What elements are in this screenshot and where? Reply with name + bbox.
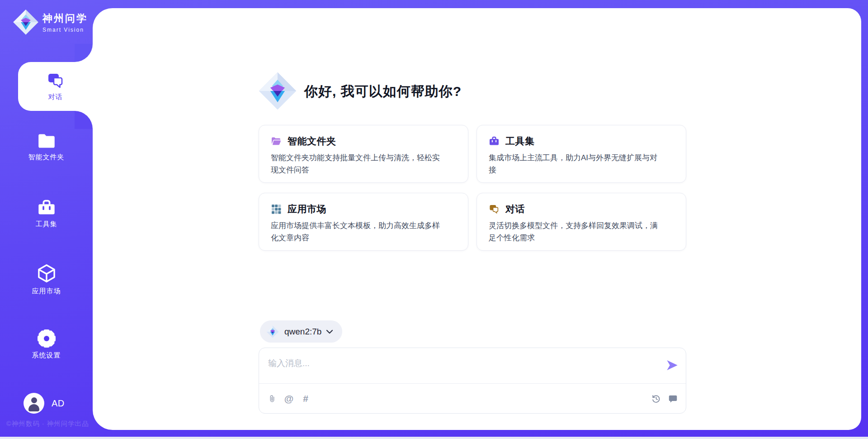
chat-bubbles-icon (47, 72, 65, 90)
sidebar: 神州问学 Smart Vision 对话 智能文件夹 工具集 应用 (0, 0, 93, 439)
brand: 神州问学 Smart Vision (13, 9, 88, 35)
card-chat[interactable]: 对话 灵活切换多模型文件，支持多样回复效果调试，满足个性化需求 (476, 193, 686, 251)
grid-icon (271, 204, 282, 215)
sidebar-item-label: 工具集 (36, 220, 57, 229)
card-description: 智能文件夹功能支持批量文件上传与清洗，轻松实现文件问答 (271, 152, 456, 176)
composer-divider (259, 383, 686, 384)
feature-cards: 智能文件夹 智能文件夹功能支持批量文件上传与清洗，轻松实现文件问答 工具集 集成… (259, 125, 686, 251)
greeting-text: 你好, 我可以如何帮助你? (304, 82, 462, 101)
briefcase-icon (37, 198, 56, 216)
card-title: 对话 (505, 203, 525, 215)
avatar (24, 393, 44, 414)
card-app-market[interactable]: 应用市场 应用市场提供丰富长文本模板，助力高效生成多样化文章内容 (259, 193, 468, 251)
card-title: 智能文件夹 (288, 135, 336, 148)
brand-title: 神州问学 (42, 12, 88, 25)
sidebar-item-label: 智能文件夹 (28, 153, 65, 162)
sidebar-item-smart-folder[interactable]: 智能文件夹 (0, 132, 93, 162)
model-name: qwen2:7b (284, 327, 321, 337)
user-name: AD (52, 398, 65, 409)
sidebar-item-label: 对话 (48, 93, 63, 101)
main-panel: 你好, 我可以如何帮助你? 智能文件夹 智能文件夹功能支持批量文件上传与清洗，轻… (93, 8, 861, 430)
brand-logo-diamond-icon (13, 9, 39, 35)
folder-icon (38, 132, 56, 149)
chat-bubbles-icon (489, 204, 500, 215)
message-input[interactable] (268, 354, 657, 372)
attachment-button[interactable] (267, 394, 277, 404)
sidebar-item-app-market[interactable]: 应用市场 (0, 263, 93, 296)
send-button[interactable] (666, 359, 679, 372)
card-title: 应用市场 (288, 203, 326, 215)
history-button[interactable] (651, 394, 661, 404)
gear-icon (38, 329, 56, 348)
chevron-down-icon (326, 329, 333, 334)
card-title: 工具集 (505, 135, 535, 148)
tab-connector-bottom (75, 111, 93, 129)
bottom-edge-strip (0, 437, 868, 439)
sidebar-item-chat[interactable]: 对话 (18, 62, 93, 111)
greeting-diamond-icon (258, 72, 297, 110)
briefcase-icon (489, 136, 500, 147)
copyright-text: ©神州数码 · 神州问学出品 (6, 420, 89, 428)
card-smart-folder[interactable]: 智能文件夹 智能文件夹功能支持批量文件上传与清洗，轻松实现文件问答 (259, 125, 468, 183)
card-description: 集成市场上主流工具，助力AI与外界无缝扩展与对接 (489, 152, 674, 176)
hashtag-button[interactable]: # (301, 394, 311, 404)
sidebar-item-label: 应用市场 (32, 287, 61, 296)
tab-connector-top (75, 44, 93, 62)
card-description: 应用市场提供丰富长文本模板，助力高效生成多样化文章内容 (271, 220, 456, 244)
feedback-button[interactable] (668, 394, 678, 404)
card-toolkit[interactable]: 工具集 集成市场上主流工具，助力AI与外界无缝扩展与对接 (476, 125, 686, 183)
folder-open-icon (271, 136, 282, 147)
comment-icon (668, 394, 678, 404)
mention-button[interactable]: @ (284, 394, 294, 404)
composer-toolbar: @ # (267, 390, 678, 408)
paperclip-icon (268, 394, 277, 404)
model-selector[interactable]: qwen2:7b (260, 320, 342, 343)
send-icon (666, 359, 679, 372)
sidebar-item-toolkit[interactable]: 工具集 (0, 198, 93, 229)
message-composer: @ # (259, 348, 686, 414)
person-icon (31, 397, 37, 403)
card-description: 灵活切换多模型文件，支持多样回复效果调试，满足个性化需求 (489, 220, 674, 244)
user-profile[interactable]: AD (24, 393, 65, 414)
model-diamond-icon (266, 325, 279, 338)
cube-icon (37, 263, 57, 283)
brand-subtitle: Smart Vision (42, 27, 88, 33)
history-clock-icon (651, 394, 661, 404)
sidebar-item-settings[interactable]: 系统设置 (0, 329, 93, 360)
sidebar-item-label: 系统设置 (32, 351, 61, 360)
